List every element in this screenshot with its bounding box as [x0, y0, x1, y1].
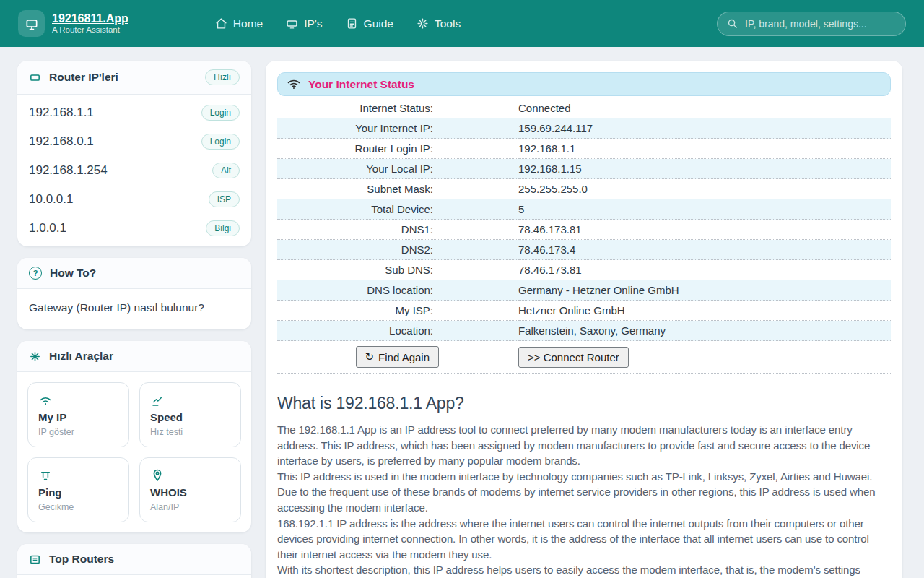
wifi-status-icon — [286, 77, 302, 91]
tool-name: WHOIS — [150, 486, 230, 499]
status-row: DNS2: 78.46.173.4 — [277, 240, 891, 260]
tools-grid: My IP IP göster Speed Hız testi Ping Gec… — [17, 372, 251, 532]
tool-name: My IP — [38, 411, 118, 423]
brand-subtitle: A Router Assistant — [52, 25, 128, 35]
ip-address[interactable]: 192.168.1.1 — [29, 105, 94, 120]
search-input[interactable] — [744, 17, 896, 30]
ip-address[interactable]: 1.0.0.1 — [29, 221, 66, 236]
article-paragraph: 168.192.1.1 IP address is the address wh… — [277, 516, 891, 563]
status-row: Sub DNS: 78.46.173.81 — [277, 260, 891, 280]
how-to-header: ? How To? — [17, 258, 251, 289]
status-value: 192.168.1.1 — [518, 139, 891, 159]
main-nav: Home IP's Guide Tools — [215, 17, 461, 30]
status-header: Your Internet Status — [277, 72, 891, 96]
status-title: Your Internet Status — [308, 78, 414, 91]
status-row: Internet Status: Connected — [277, 98, 891, 118]
router-icon — [286, 17, 298, 30]
status-value: Germany - Hetzner Online GmbH — [518, 280, 891, 301]
router-ips-header: Router IP'leri Hızlı — [17, 61, 251, 95]
status-label: Router Login IP: — [277, 139, 518, 159]
status-row: Your Internet IP: 159.69.244.117 — [277, 118, 891, 139]
brand-title[interactable]: 19216811.App — [52, 12, 128, 25]
ip-address[interactable]: 10.0.0.1 — [29, 192, 73, 207]
nav-guide-label: Guide — [364, 17, 393, 30]
status-label: Your Internet IP: — [277, 118, 518, 139]
tool-desc: Gecikme — [38, 502, 118, 512]
find-again-label: Find Again — [378, 351, 430, 363]
nav-ips[interactable]: IP's — [286, 17, 322, 30]
top-routers-header: Top Routers — [17, 544, 251, 575]
status-row: My ISP: Hetzner Online GmbH — [277, 301, 891, 321]
status-row: DNS location: Germany - Hetzner Online G… — [277, 280, 891, 301]
article-paragraph: The 192.168.1.1 App is an IP address too… — [277, 422, 891, 469]
how-to-title: How To? — [50, 267, 96, 280]
status-label: DNS location: — [277, 280, 518, 301]
router-icon — [29, 72, 41, 84]
search-box[interactable] — [717, 12, 906, 36]
status-value: 78.46.173.4 — [518, 240, 891, 260]
status-row: Router Login IP: 192.168.1.1 — [277, 139, 891, 159]
wifi-icon — [38, 392, 118, 407]
nav-tools[interactable]: Tools — [417, 17, 461, 30]
status-value: 192.168.1.15 — [518, 159, 891, 179]
tool-speed[interactable]: Speed Hız testi — [139, 382, 241, 447]
nav-tools-label: Tools — [435, 17, 461, 30]
ping-terminal-icon — [38, 467, 118, 483]
tools-gear-icon — [417, 17, 429, 30]
ip-address[interactable]: 192.168.0.1 — [29, 134, 94, 149]
tool-my-ip[interactable]: My IP IP göster — [27, 382, 129, 447]
main-content: Your Internet Status Internet Status: Co… — [266, 61, 902, 578]
nav-ips-label: IP's — [304, 17, 322, 30]
tool-whois[interactable]: WHOIS Alan/IP — [139, 457, 241, 522]
status-label: Internet Status: — [277, 98, 518, 118]
find-again-button[interactable]: ↻ Find Again — [356, 346, 439, 368]
tool-ping[interactable]: Ping Gecikme — [27, 457, 129, 522]
nav-home[interactable]: Home — [215, 17, 263, 30]
document-icon — [346, 17, 358, 30]
router-ip-item[interactable]: 192.168.0.1 Login — [17, 127, 251, 156]
status-value: Connected — [518, 98, 891, 118]
status-value: Hetzner Online GmbH — [518, 301, 891, 321]
tool-desc: Alan/IP — [150, 502, 230, 512]
article-heading: What is 192.168.1.1 App? — [277, 394, 891, 413]
ip-badge: Alt — [212, 163, 240, 178]
status-label: DNS1: — [277, 220, 518, 240]
sparkle-icon — [29, 350, 41, 363]
router-ips-card: Router IP'leri Hızlı 192.168.1.1 Login 1… — [17, 61, 251, 246]
brand[interactable]: 19216811.App A Router Assistant — [18, 10, 128, 37]
quick-tools-header: Hızlı Araçlar — [17, 341, 251, 372]
ip-address[interactable]: 192.168.1.254 — [29, 163, 108, 178]
tool-desc: IP göster — [38, 427, 118, 437]
home-icon — [215, 17, 227, 30]
ip-badge: ISP — [209, 191, 240, 207]
router-ip-item[interactable]: 10.0.0.1 ISP — [17, 185, 251, 214]
nav-guide[interactable]: Guide — [346, 17, 393, 30]
status-label: My ISP: — [277, 301, 518, 321]
router-ip-item[interactable]: 192.168.1.254 Alt — [17, 156, 251, 185]
tool-name: Ping — [38, 486, 118, 499]
top-routers-card: Top Routers — [17, 544, 251, 578]
router-ip-item[interactable]: 192.168.1.1 Login — [17, 98, 251, 127]
status-value: 255.255.255.0 — [518, 179, 891, 199]
status-label: DNS2: — [277, 240, 518, 260]
article-paragraph: With its shortest description, this IP a… — [277, 562, 891, 578]
router-ip-item[interactable]: 1.0.0.1 Bilgi — [17, 214, 251, 243]
how-to-link[interactable]: Gateway (Router IP) nasıl bulunur? — [17, 289, 251, 329]
brand-text: 19216811.App A Router Assistant — [52, 12, 128, 35]
status-value: Falkenstein, Saxony, Germany — [518, 321, 891, 341]
status-label: Total Device: — [277, 199, 518, 220]
status-label: Location: — [277, 321, 518, 341]
tool-desc: Hız testi — [150, 427, 230, 437]
status-row: Your Local IP: 192.168.1.15 — [277, 159, 891, 179]
status-value: 159.69.244.117 — [518, 118, 891, 139]
connect-router-button[interactable]: >> Connect Router — [518, 347, 629, 368]
nav-home-label: Home — [233, 17, 263, 30]
status-row: DNS1: 78.46.173.81 — [277, 220, 891, 240]
article-paragraph: This IP address is used in the modem int… — [277, 469, 891, 516]
status-table: Internet Status: Connected Your Internet… — [277, 98, 891, 374]
how-to-card: ? How To? Gateway (Router IP) nasıl bulu… — [17, 258, 251, 329]
status-value: 78.46.173.81 — [518, 260, 891, 280]
router-logo-icon — [18, 10, 45, 37]
quick-tools-card: Hızlı Araçlar My IP IP göster Speed Hız … — [17, 341, 251, 532]
list-item-partial — [17, 575, 251, 578]
